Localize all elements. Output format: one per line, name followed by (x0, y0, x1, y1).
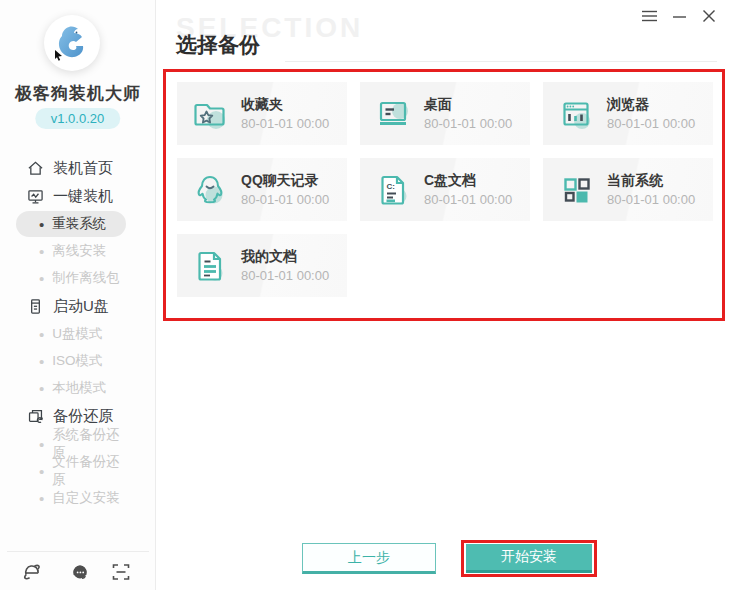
backup-card-timestamp: 80-01-01 00:00 (241, 269, 329, 282)
sidebar-item-section-1[interactable]: 一键装机 (0, 182, 156, 210)
start-install-button[interactable]: 开始安装 (466, 544, 592, 573)
favorites-folder-icon (190, 94, 230, 134)
browser-icon (556, 94, 596, 134)
desktop-icon (373, 94, 413, 134)
sidebar-item-11[interactable]: •文件备份还原 (16, 458, 126, 484)
backup-card-timestamp: 80-01-01 00:00 (241, 193, 329, 206)
bullet-icon: • (39, 381, 44, 396)
sidebar-item-label: 自定义安装 (52, 489, 120, 507)
close-icon[interactable] (699, 6, 719, 26)
backup-card-title: 浏览器 (607, 97, 695, 111)
backup-card-5[interactable]: 当前系统80-01-01 00:00 (543, 158, 713, 221)
ie-browser-icon[interactable] (22, 562, 42, 582)
backup-card-timestamp: 80-01-01 00:00 (607, 117, 695, 130)
backup-card-title: QQ聊天记录 (241, 173, 329, 187)
app-logo (44, 15, 100, 71)
sidebar-divider (7, 551, 149, 552)
backup-card-timestamp: 80-01-01 00:00 (424, 117, 512, 130)
backup-card-1[interactable]: 桌面80-01-01 00:00 (360, 82, 530, 145)
backup-card-4[interactable]: C:C盘文档80-01-01 00:00 (360, 158, 530, 221)
bullet-icon: • (39, 271, 44, 286)
sidebar-item-label: 启动U盘 (53, 297, 109, 316)
menu-icon[interactable] (639, 6, 659, 26)
backup-card-timestamp: 80-01-01 00:00 (241, 117, 329, 130)
previous-step-button[interactable]: 上一步 (302, 543, 436, 574)
bullet-icon: • (39, 437, 44, 452)
sidebar-item-label: 装机首页 (53, 159, 113, 178)
app-title: 极客狗装机大师 (0, 82, 156, 105)
backup-card-title: 当前系统 (607, 173, 695, 187)
window-controls (639, 6, 719, 26)
bullet-icon: • (39, 491, 44, 506)
sidebar-item-label: 制作离线包 (52, 269, 120, 287)
bullet-icon: • (39, 217, 44, 232)
sidebar-item-7[interactable]: •ISO模式 (16, 348, 126, 374)
support-headset-icon[interactable] (70, 562, 90, 582)
sidebar-item-label: 离线安装 (52, 242, 106, 260)
backup-card-3[interactable]: QQ聊天记录80-01-01 00:00 (177, 158, 347, 221)
sidebar-item-8[interactable]: •本地模式 (16, 375, 126, 401)
backup-cards-grid: 收藏夹80-01-01 00:00桌面80-01-01 00:00浏览器80-0… (177, 82, 715, 297)
backup-card-title: 我的文档 (241, 249, 329, 263)
sidebar-item-section-0[interactable]: 装机首页 (0, 154, 156, 182)
bullet-icon: • (39, 244, 44, 259)
title-underline (285, 61, 717, 62)
sidebar-item-label: 本地模式 (52, 379, 106, 397)
backup-card-title: 桌面 (424, 97, 512, 111)
sidebar-item-label: 文件备份还原 (52, 453, 126, 489)
usb-drive-icon (27, 298, 44, 315)
sidebar-menu: 装机首页一键装机•重装系统•离线安装•制作离线包启动U盘•U盘模式•ISO模式•… (0, 154, 156, 512)
backup-card-title: 收藏夹 (241, 97, 329, 111)
backup-card-6[interactable]: 我的文档80-01-01 00:00 (177, 234, 347, 297)
backup-card-timestamp: 80-01-01 00:00 (607, 193, 695, 206)
sidebar-item-3[interactable]: •离线安装 (16, 238, 126, 264)
bullet-icon: • (39, 327, 44, 342)
sidebar-item-12[interactable]: •自定义安装 (16, 485, 126, 511)
sidebar-item-label: 备份还原 (53, 407, 113, 426)
backup-restore-icon (27, 408, 44, 425)
qr-scan-icon[interactable] (111, 562, 131, 582)
home-icon (27, 160, 44, 177)
page-title: 选择备份 (176, 31, 260, 59)
sidebar-item-6[interactable]: •U盘模式 (16, 321, 126, 347)
sidebar-footer (0, 560, 156, 586)
sidebar: 极客狗装机大师 v1.0.0.20 装机首页一键装机•重装系统•离线安装•制作离… (0, 0, 156, 590)
monitor-icon (27, 188, 44, 205)
sidebar-item-label: 一键装机 (53, 187, 113, 206)
backup-card-0[interactable]: 收藏夹80-01-01 00:00 (177, 82, 347, 145)
my-documents-icon (190, 246, 230, 286)
sidebar-item-2[interactable]: •重装系统 (16, 211, 126, 237)
svg-text:C:: C: (387, 182, 395, 191)
backup-card-timestamp: 80-01-01 00:00 (424, 193, 512, 206)
current-system-icon (556, 170, 596, 210)
sidebar-item-label: U盘模式 (52, 325, 102, 343)
sidebar-item-label: 重装系统 (52, 215, 106, 233)
sidebar-item-label: ISO模式 (52, 352, 102, 370)
sidebar-item-section-5[interactable]: 启动U盘 (0, 292, 156, 320)
qq-chat-icon (190, 170, 230, 210)
bullet-icon: • (39, 464, 44, 479)
minimize-icon[interactable] (669, 6, 689, 26)
c-drive-doc-icon: C: (373, 170, 413, 210)
backup-card-2[interactable]: 浏览器80-01-01 00:00 (543, 82, 713, 145)
backup-card-title: C盘文档 (424, 173, 512, 187)
bullet-icon: • (39, 354, 44, 369)
sidebar-item-4[interactable]: •制作离线包 (16, 265, 126, 291)
version-badge: v1.0.0.20 (35, 108, 121, 129)
mouse-cursor-icon (54, 50, 63, 61)
